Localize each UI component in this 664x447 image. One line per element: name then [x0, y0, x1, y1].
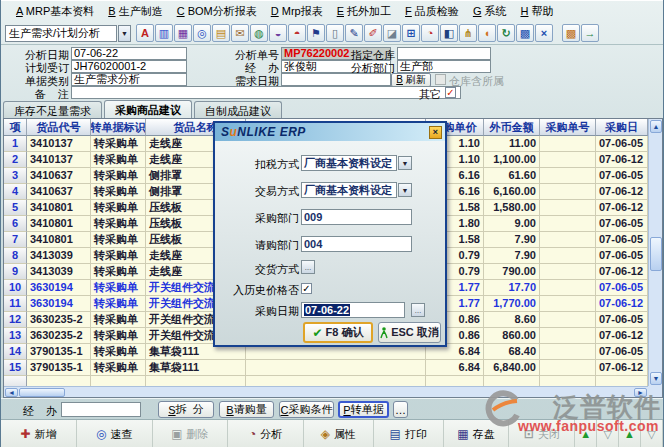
trade-method-select[interactable]: 厂商基本资料设定: [301, 182, 397, 198]
cell-code[interactable]: 3630235-2: [27, 312, 91, 328]
search-icon[interactable]: ◎: [193, 24, 211, 42]
demand-date-input[interactable]: [281, 73, 391, 86]
cell-date[interactable]: 07-06-05: [596, 280, 648, 296]
cell-date[interactable]: 07-06-12: [596, 152, 648, 168]
refresh-button[interactable]: B 刷新: [391, 73, 431, 87]
cell-date[interactable]: 07-06-12: [596, 360, 648, 376]
menu-item-D[interactable]: D Mrp报表: [264, 2, 330, 21]
document-icon[interactable]: ▯: [326, 24, 344, 42]
cell-code[interactable]: 3413039: [27, 248, 91, 264]
cell-date[interactable]: 07-06-12: [596, 184, 648, 200]
cell-no[interactable]: 14: [4, 344, 27, 360]
column-header-date[interactable]: 采购日: [596, 119, 648, 136]
cell-po[interactable]: [540, 264, 596, 280]
cell-code[interactable]: 3790135-1: [27, 344, 91, 360]
cancel-esc-button[interactable]: ESC 取消: [378, 322, 441, 343]
cell-flag[interactable]: 转采购单: [91, 184, 146, 200]
cell-flag[interactable]: 转采购单: [91, 360, 146, 376]
tax-method-select[interactable]: 厂商基本资料设定: [301, 155, 397, 171]
footer-handler-input[interactable]: [61, 402, 141, 417]
pie-chart-icon[interactable]: ◔: [421, 24, 439, 42]
note-input[interactable]: [71, 86, 461, 99]
cell-amount[interactable]: 8.60: [484, 312, 540, 328]
cell-flag[interactable]: 转采购单: [91, 216, 146, 232]
column-header-po[interactable]: 采购单号: [540, 119, 596, 136]
plan-order-input[interactable]: JH76020001-2: [71, 60, 187, 73]
menu-item-C[interactable]: C BOM分析报表: [170, 2, 264, 21]
footer-more-button[interactable]: …: [393, 401, 408, 418]
cell-code[interactable]: 3410801: [27, 200, 91, 216]
cell-date[interactable]: 07-06-05: [596, 312, 648, 328]
cell-code[interactable]: 3410137: [27, 136, 91, 152]
cell-date[interactable]: 07-06-12: [596, 328, 648, 344]
analysis-date-input[interactable]: 07-06-22: [71, 47, 187, 60]
warehouse-include-checkbox[interactable]: [435, 74, 446, 85]
close-x-icon[interactable]: ×: [535, 24, 553, 42]
delivery-method-ellipsis-button[interactable]: …: [301, 260, 315, 274]
cell-flag[interactable]: 转采购单: [91, 248, 146, 264]
tab-2[interactable]: 采购商品建议: [104, 100, 192, 118]
cell-po[interactable]: [540, 232, 596, 248]
cell-code[interactable]: 3410137: [27, 152, 91, 168]
menu-item-H[interactable]: H 帮助: [514, 2, 561, 21]
eraser-icon[interactable]: ◪: [383, 24, 401, 42]
footer-button-B[interactable]: B请购量: [219, 401, 274, 418]
cell-po[interactable]: [540, 344, 596, 360]
save-button[interactable]: ▦存盘: [444, 420, 510, 447]
cell-amount[interactable]: 68.40: [484, 344, 540, 360]
cascade-icon[interactable]: ▩: [516, 24, 534, 42]
cell-po[interactable]: [540, 248, 596, 264]
cell-name[interactable]: 集草袋111: [146, 360, 246, 376]
edit-cancel-icon[interactable]: ✐: [364, 24, 382, 42]
cell-code[interactable]: 3410637: [27, 184, 91, 200]
cell-flag[interactable]: 转采购单: [91, 312, 146, 328]
cell-amount[interactable]: 17.70: [484, 280, 540, 296]
cell-no[interactable]: 2: [4, 152, 27, 168]
analysis-dept-input[interactable]: 生产部: [397, 60, 491, 73]
cell-amount[interactable]: 6,160.00: [484, 184, 540, 200]
menu-item-B[interactable]: B 生产制造: [101, 2, 169, 21]
cell-code[interactable]: 3410637: [27, 168, 91, 184]
cell-flag[interactable]: 转采购单: [91, 264, 146, 280]
cell-date[interactable]: 07-06-05: [596, 248, 648, 264]
menu-item-E[interactable]: E 托外加工: [330, 2, 398, 21]
cell-code[interactable]: 3413039: [27, 264, 91, 280]
dialog-title-bar[interactable]: SuNLIKE ERP ×: [215, 123, 445, 141]
footer-button-P[interactable]: P转单据: [338, 401, 389, 418]
tax-method-arrow-icon[interactable]: ▼: [398, 156, 412, 170]
cell-po[interactable]: [540, 200, 596, 216]
cell-amount[interactable]: 1,580.00: [484, 200, 540, 216]
module-select-arrow-icon[interactable]: ▼: [118, 25, 131, 42]
horizontal-scrollbar[interactable]: ◄ ►: [4, 386, 648, 397]
cell-po[interactable]: [540, 136, 596, 152]
cell-no[interactable]: 3: [4, 168, 27, 184]
cell-amount[interactable]: 790.00: [484, 264, 540, 280]
cell-flag[interactable]: 转采购单: [91, 296, 146, 312]
cell-po[interactable]: [540, 360, 596, 376]
cell-code[interactable]: 3630235-2: [27, 328, 91, 344]
scroll-up-icon[interactable]: ▲: [650, 120, 662, 133]
column-header-no[interactable]: 项: [4, 119, 27, 136]
save-all-icon[interactable]: ▦: [174, 24, 192, 42]
footer-button-S[interactable]: S拆 分: [158, 401, 214, 418]
vscroll-thumb[interactable]: [650, 237, 662, 271]
purchase-dept-input[interactable]: 009: [301, 209, 412, 225]
cell-date[interactable]: 07-06-12: [596, 264, 648, 280]
table-row[interactable]: 153790135-1转采购单集草袋1116.846,840.0007-06-1…: [4, 360, 648, 376]
cell-amount[interactable]: 7.90: [484, 248, 540, 264]
other-checkbox[interactable]: ✓: [445, 87, 456, 98]
cell-date[interactable]: 07-06-05: [596, 232, 648, 248]
cell-amount[interactable]: 11.00: [484, 136, 540, 152]
cell-date[interactable]: 07-06-05: [596, 344, 648, 360]
scroll-left-icon[interactable]: ◄: [5, 388, 18, 397]
request-dept-input[interactable]: 004: [301, 236, 412, 252]
cell-amount[interactable]: 61.60: [484, 168, 540, 184]
cell-date[interactable]: 07-06-12: [596, 296, 648, 312]
mail-icon[interactable]: ✉: [231, 24, 249, 42]
cell-flag[interactable]: 转采购单: [91, 232, 146, 248]
cell-flag[interactable]: 转采购单: [91, 168, 146, 184]
cell-po[interactable]: [540, 296, 596, 312]
scroll-right-icon[interactable]: ►: [634, 388, 647, 397]
globe-icon[interactable]: ◍: [250, 24, 268, 42]
doc-type-input[interactable]: 生产需求分析: [71, 73, 187, 86]
